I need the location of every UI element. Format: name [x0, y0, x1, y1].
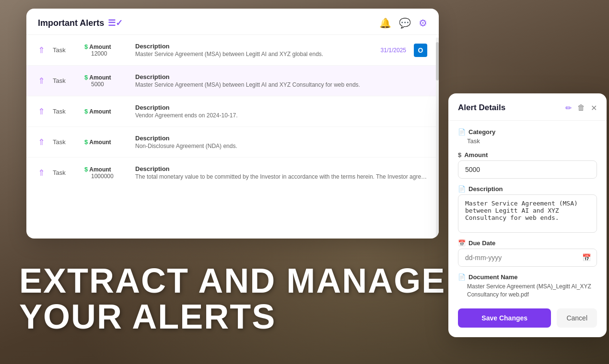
- alert-amount-label: $ Amount: [84, 166, 128, 173]
- chat-icon[interactable]: 💬: [399, 17, 411, 29]
- table-row[interactable]: ⇑ Task $ Amount 5000 Description Master …: [26, 66, 439, 96]
- dollar-sign-icon: $: [84, 74, 88, 81]
- alert-desc-block: Description The total monetary value to …: [135, 165, 427, 180]
- alert-amount-block: $ Amount: [84, 108, 128, 115]
- alert-desc-text: Non-Disclosure Agreement (NDA) ends.: [135, 143, 427, 149]
- alert-amount-block: $ Amount 5000: [84, 74, 128, 88]
- alert-desc-title: Description: [135, 73, 427, 80]
- hero-text: EXTRACT AND MANAGE YOUR ALERTS: [19, 263, 445, 335]
- alert-amount-label: $ Amount: [84, 74, 128, 81]
- alert-amount-label: $ Amount: [84, 108, 128, 115]
- alert-desc-text: Master Service Agreement (MSA) between L…: [135, 51, 373, 57]
- alert-desc-block: Description Master Service Agreement (MS…: [135, 73, 427, 88]
- dollar-sign-icon: $: [84, 166, 88, 173]
- alert-desc-block: Description Non-Disclosure Agreement (ND…: [135, 135, 427, 149]
- doc-icon: 📄: [458, 273, 466, 281]
- hero-line1: EXTRACT AND MANAGE: [19, 263, 445, 299]
- alert-desc-text: Vendor Agreement ends on 2024-10-17.: [135, 112, 427, 119]
- dollar-sign-icon: $: [84, 138, 88, 146]
- alert-row-icon: ⇑: [38, 137, 45, 148]
- alert-amount-label: $ Amount: [84, 43, 128, 50]
- table-row[interactable]: ⇑ Task $ Amount 1000000 Description The …: [26, 158, 439, 188]
- amount-input[interactable]: [458, 160, 597, 179]
- alert-panel-header: Important Alerts ☰✓ 🔔 💬 ⚙: [26, 9, 439, 35]
- due-date-wrapper: 📅: [458, 249, 597, 267]
- alert-row-icon: ⇑: [38, 45, 45, 56]
- detail-panel-header: Alert Details ✏ 🗑 ✕: [448, 93, 607, 121]
- alert-amount-block: $ Amount: [84, 138, 128, 146]
- alert-amount-value: 5000: [84, 81, 128, 88]
- alert-desc-text: The total monetary value to be committed…: [135, 173, 427, 180]
- alert-amount-value: 1000000: [84, 173, 128, 180]
- alert-desc-title: Description: [135, 165, 427, 172]
- alert-desc-block: Description Master Service Agreement (MS…: [135, 43, 373, 57]
- cancel-button[interactable]: Cancel: [557, 308, 597, 328]
- doc-name-value: Master Service Agreement (MSA)_Legitt AI…: [458, 283, 597, 299]
- detail-header-actions: ✏ 🗑 ✕: [565, 103, 597, 113]
- alert-desc-block: Description Vendor Agreement ends on 202…: [135, 104, 427, 119]
- alert-amount-value: 12000: [84, 50, 128, 57]
- description-textarea[interactable]: Master Service Agreement (MSA) between L…: [458, 194, 597, 233]
- save-button[interactable]: Save Changes: [458, 308, 551, 328]
- detail-panel: Alert Details ✏ 🗑 ✕ 📄 Category Task $ Am…: [448, 93, 607, 337]
- alert-category: Task: [53, 169, 77, 176]
- table-row[interactable]: ⇑ Task $ Amount Description Non-Disclosu…: [26, 127, 439, 158]
- alert-category: Task: [53, 108, 77, 115]
- detail-panel-title: Alert Details: [458, 103, 505, 113]
- calendar-label-icon: 📅: [458, 239, 466, 247]
- scrollbar-thumb: [436, 42, 439, 80]
- category-field: 📄 Category Task: [458, 128, 597, 145]
- scrollbar[interactable]: [436, 37, 439, 239]
- filter-icon[interactable]: ☰✓: [108, 18, 123, 28]
- outlook-icon: O: [414, 44, 427, 57]
- delete-icon[interactable]: 🗑: [577, 103, 585, 112]
- description-field: 📄 Description Master Service Agreement (…: [458, 185, 597, 233]
- alert-category: Task: [53, 138, 77, 146]
- alert-category: Task: [53, 46, 77, 54]
- dollar-icon: $: [458, 151, 461, 159]
- detail-footer: Save Changes Cancel: [448, 308, 607, 328]
- description-icon: 📄: [458, 185, 466, 193]
- alert-desc-title: Description: [135, 135, 427, 142]
- edit-icon[interactable]: ✏: [565, 103, 572, 113]
- bell-icon[interactable]: 🔔: [379, 17, 391, 29]
- doc-name-label: 📄 Document Name: [458, 273, 597, 281]
- alert-desc-title: Description: [135, 104, 427, 111]
- close-icon[interactable]: ✕: [591, 103, 597, 113]
- due-date-input[interactable]: [458, 249, 597, 267]
- description-label: 📄 Description: [458, 185, 597, 193]
- table-row[interactable]: ⇑ Task $ Amount Description Vendor Agree…: [26, 96, 439, 127]
- alert-amount-label: $ Amount: [84, 138, 128, 146]
- alert-row-icon: ⇑: [38, 168, 45, 178]
- detail-body: 📄 Category Task $ Amount 📄 Description M…: [448, 121, 607, 307]
- alert-row-icon: ⇑: [38, 106, 45, 117]
- alert-desc-text: Master Service Agreement (MSA) between L…: [135, 81, 427, 88]
- category-value: Task: [458, 137, 597, 145]
- amount-field: $ Amount: [458, 151, 597, 179]
- dollar-sign-icon: $: [84, 43, 88, 50]
- panel-title-text: Important Alerts: [38, 18, 104, 28]
- category-label: 📄 Category: [458, 128, 597, 136]
- amount-label: $ Amount: [458, 151, 597, 159]
- settings-icon[interactable]: ⚙: [419, 17, 427, 29]
- hero-line2: YOUR ALERTS: [19, 299, 445, 335]
- alert-amount-block: $ Amount 1000000: [84, 166, 128, 180]
- alert-desc-title: Description: [135, 43, 373, 50]
- table-row[interactable]: ⇑ Task $ Amount 12000 Description Master…: [26, 35, 439, 66]
- alert-amount-block: $ Amount 12000: [84, 43, 128, 57]
- category-icon: 📄: [458, 128, 466, 136]
- panel-title: Important Alerts ☰✓: [38, 18, 123, 28]
- doc-name-field: 📄 Document Name Master Service Agreement…: [458, 273, 597, 299]
- alert-category: Task: [53, 77, 77, 84]
- due-date-field: 📅 Due Date 📅: [458, 239, 597, 267]
- alert-row-icon: ⇑: [38, 76, 45, 86]
- dollar-sign-icon: $: [84, 108, 88, 115]
- header-icons: 🔔 💬 ⚙: [379, 17, 427, 29]
- alert-panel: Important Alerts ☰✓ 🔔 💬 ⚙ ⇑ Task $ Amoun…: [26, 9, 439, 239]
- due-date-label: 📅 Due Date: [458, 239, 597, 247]
- alert-date: 31/1/2025: [381, 47, 406, 54]
- alert-list: ⇑ Task $ Amount 12000 Description Master…: [26, 35, 439, 188]
